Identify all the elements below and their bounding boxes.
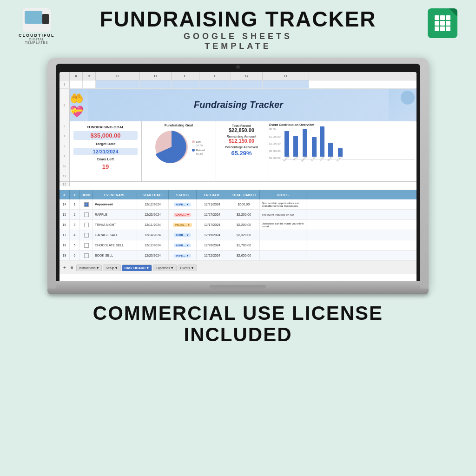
bar-5krun: 5K RUN (327, 143, 335, 159)
table-row: 19 6 BOOK SELL 12/20/2024 IN PR... ▼ 12/… (60, 251, 416, 261)
spreadsheet-tabs: + ≡ Instructions ▼ Setup ▼ DASHBOARD ▼ (60, 261, 416, 274)
checkbox-2[interactable] (84, 212, 89, 217)
bar-chart: $4,000.00 $3,000.00 $2,000.00 $1,000.00 … (269, 128, 415, 165)
bar-chart-title: Event Contribution Overview (269, 123, 415, 126)
sheets-grid-icon (435, 15, 450, 31)
laptop-screen: A B C D E F G H 1 (60, 72, 416, 281)
status-1: IN PR... ▼ (174, 203, 191, 206)
google-sheets-icon (428, 8, 457, 38)
total-raised-value: $22,850.00 (219, 127, 264, 133)
laptop-camera (236, 65, 240, 69)
y-label-3: $1,000.00 (269, 135, 280, 138)
pie-left-label: Left (196, 140, 201, 143)
brand-sub2: TEMPLATES (25, 41, 48, 44)
total-raised-label: Total Raised (219, 124, 264, 127)
pie-raised-pct: 65.3% (196, 152, 205, 155)
target-date-value: 12/31/2024 (73, 148, 138, 155)
laptop-stand (47, 289, 429, 294)
spreadsheet: A B C D E F G H 1 (60, 72, 416, 281)
row-12: 12 (60, 182, 416, 190)
commercial-line1: COMMERCIAL USE LICENSE (93, 303, 383, 324)
bar-trivia: TRIVIA (292, 136, 299, 159)
table-row: 15 2 RAFFLE 12/23/2024 CANC... ▼ 12/27/2… (60, 210, 416, 220)
chart-title: Fundraising Goal (165, 123, 193, 127)
pct-value: 65.29% (219, 150, 264, 157)
table-header: # # DONE EVENT NAME START DATE STATUS EN… (60, 190, 416, 199)
bar-y-labels: $4,000.00 $3,000.00 $2,000.00 $1,000.00 … (269, 128, 280, 159)
pie-labels: Left 34.7% Raised 65.3% (192, 139, 205, 155)
logo-image (23, 8, 51, 32)
bar-raffle: RAFFLE (283, 131, 291, 159)
table-row: 17 4 GARAGE SALE 12/14/2024 IN PR... ▼ 1… (60, 230, 416, 240)
y-label-4: $0.00 (269, 128, 280, 131)
days-left-value: 19 (102, 163, 109, 170)
remaining-label: Remaining Amount (219, 135, 264, 138)
goal-area: FUNDRAISING GOAL $35,000.00 Target Date … (70, 121, 142, 181)
logo-area: CLOUDTIFUL DIGITAL TEMPLATES (19, 8, 55, 44)
status-2: CANC... ▼ (174, 213, 192, 217)
row-1: 1 (60, 80, 416, 89)
bar-choc: CHOC.. (311, 137, 318, 159)
checkbox-6[interactable] (84, 253, 89, 258)
commercial-line2: INCLUDED (93, 324, 383, 345)
footer: COMMERCIAL USE LICENSE INCLUDED (93, 303, 383, 345)
spreadsheet-title: Fundraising Tracker (194, 99, 283, 110)
tab-dashboard[interactable]: DASHBOARD ▼ (122, 264, 152, 271)
bar-chart-area: Event Contribution Overview $4,000.00 $3… (267, 121, 416, 181)
status-5: IN PR... ▼ (174, 244, 191, 247)
bar-book: BOOK (319, 126, 325, 159)
total-raised-stat: Total Raised $22,850.00 (219, 124, 264, 133)
goal-label: FUNDRAISING GOAL (87, 125, 125, 129)
pie-left-pct: 34.7% (196, 144, 205, 147)
checkbox-3[interactable] (84, 223, 89, 227)
chart-area: Fundraising Goal (142, 121, 216, 181)
column-headers: A B C D E F G H (60, 72, 416, 80)
table-row: 16 3 TRIVIA NIGHT 12/11/2024 PAUSE... ▼ … (60, 220, 416, 230)
remaining-stat: Remaining Amount $12,150.00 (219, 135, 264, 144)
y-label-1: $3,000.00 (269, 150, 280, 152)
table-row: 14 1 ✓ Popcorn sell 12/12/2024 IN PR... … (60, 199, 416, 210)
table-row: 18 5 CHOCOLATE SELL 12/12/2024 IN PR... … (60, 240, 416, 251)
tab-event1[interactable]: Event1 ▼ (178, 264, 197, 271)
pie-raised-label: Raised (196, 149, 205, 152)
status-3: PAUSE... ▼ (173, 223, 192, 227)
sub-title1: GOOGLE SHEETS (99, 32, 376, 41)
laptop-body: A B C D E F G H 1 (47, 58, 429, 289)
checkbox-4[interactable] (84, 233, 89, 238)
checkbox-1[interactable]: ✓ (84, 202, 89, 207)
status-6: IN PR... ▼ (174, 254, 191, 258)
donation-icons: 🤲💝 (70, 92, 88, 118)
brand-sub1: DIGITAL (29, 38, 45, 41)
stats-section: 67891011 FUNDRAISING GOAL $35,000.00 Tar… (60, 121, 416, 182)
laptop-base (56, 281, 420, 289)
tab-instructions[interactable]: Instructions ▼ (76, 264, 102, 271)
title-area: FUNDRAISING TRACKER GOOGLE SHEETS TEMPLA… (99, 8, 376, 51)
y-label-2: $2,000.00 (269, 142, 280, 145)
bar-garage: GARAG.. (300, 129, 309, 159)
tab-add-button[interactable]: + (61, 264, 68, 271)
pie-chart-svg (153, 128, 190, 165)
remaining-value: $12,150.00 (219, 138, 264, 144)
tab-setup[interactable]: Setup ▼ (103, 264, 120, 271)
main-title: FUNDRAISING TRACKER (99, 8, 376, 30)
tab-menu-button[interactable]: ≡ (69, 264, 75, 271)
laptop-wrapper: A B C D E F G H 1 (47, 58, 429, 294)
header: CLOUDTIFUL DIGITAL TEMPLATES FUNDRAISING… (0, 0, 476, 56)
pct-stat: Porcentage Achieved 65.29% (219, 145, 264, 157)
brand-name: CLOUDTIFUL (19, 33, 55, 38)
pct-label: Porcentage Achieved (219, 145, 264, 149)
checkbox-5[interactable] (84, 243, 89, 248)
status-4: IN PR... ▼ (174, 233, 191, 237)
stats-right: Total Raised $22,850.00 Remaining Amount… (216, 121, 267, 181)
target-date-label: Target Date (95, 142, 115, 146)
goal-value: $35,000.00 (73, 131, 138, 140)
bar-popcorn: POPCR.. (336, 148, 344, 159)
tab-expenses[interactable]: Expenses ▼ (153, 264, 177, 271)
laptop-bezel: A B C D E F G H 1 (56, 64, 420, 281)
sub-title2: TEMPLATE (99, 41, 376, 51)
y-label-0: $4,000.00 (269, 157, 280, 159)
ss-header-row: 2 🤲💝 Fundraising Tracker (60, 89, 416, 121)
days-left-label: Days Left (97, 157, 114, 161)
